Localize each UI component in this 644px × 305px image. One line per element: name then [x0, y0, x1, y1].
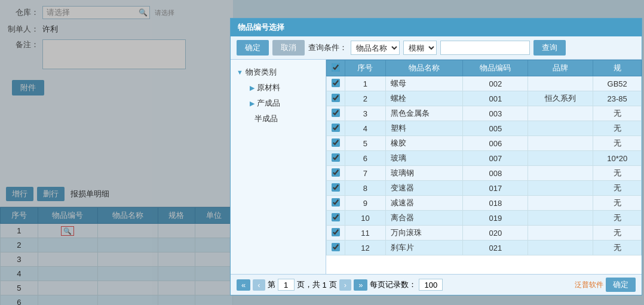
table-row[interactable]: 11万向滚珠020无 — [327, 226, 642, 241]
per-page-label: 每页记录数： — [370, 279, 416, 290]
modal-confirm-btn[interactable]: 确定 — [237, 40, 269, 56]
row-code: 006 — [463, 136, 528, 151]
next-page-btn[interactable]: › — [339, 279, 351, 291]
row-checkbox[interactable] — [332, 94, 340, 102]
query-input[interactable] — [440, 41, 530, 55]
col-no-header: 序号 — [345, 60, 386, 76]
row-checkbox[interactable] — [332, 168, 340, 177]
row-no: 6 — [345, 151, 386, 166]
row-no: 10 — [345, 211, 386, 226]
row-brand — [528, 196, 593, 211]
tree-item-raw[interactable]: ▶ 原材料 — [244, 80, 323, 95]
table-row[interactable]: 3黑色金属条003无 — [327, 106, 642, 121]
row-checkbox-cell[interactable] — [327, 121, 345, 136]
col-name-header: 物品名称 — [385, 60, 463, 76]
row-name: 玻璃钢 — [385, 166, 463, 181]
tree-root-label: 物资类别 — [246, 67, 277, 78]
table-row[interactable]: 10离合器019无 — [327, 211, 642, 226]
modal-toolbar: 确定 取消 查询条件： 物品名称 物品编号 品牌 模糊 精确 查询 — [231, 36, 642, 60]
row-no: 4 — [345, 121, 386, 136]
query-btn[interactable]: 查询 — [533, 40, 566, 56]
tree-root[interactable]: ▼ 物资类别 — [233, 64, 323, 80]
query-label: 查询条件： — [308, 42, 347, 53]
row-brand — [528, 121, 593, 136]
modal-cancel-btn[interactable]: 取消 — [272, 40, 305, 56]
first-page-btn[interactable]: « — [237, 279, 250, 291]
modal-title-bar: 物品编号选择 — [231, 19, 642, 36]
items-table-header: 序号 物品名称 物品编码 品牌 规 — [327, 60, 642, 76]
row-checkbox[interactable] — [332, 183, 340, 192]
table-row[interactable]: 8变速器017无 — [327, 181, 642, 196]
row-checkbox-cell[interactable] — [327, 241, 345, 255]
row-brand — [528, 226, 593, 241]
query-match-select[interactable]: 模糊 精确 — [403, 41, 437, 55]
tree-item-semi[interactable]: 半成品 — [244, 111, 323, 127]
total-label: 页，共 — [297, 279, 320, 290]
row-brand — [528, 181, 593, 196]
footer-confirm-btn[interactable]: 确定 — [606, 278, 636, 292]
row-spec: 无 — [593, 121, 642, 136]
row-checkbox[interactable] — [332, 198, 340, 207]
row-spec: 无 — [593, 181, 642, 196]
row-spec: 无 — [593, 166, 642, 181]
row-checkbox[interactable] — [332, 213, 340, 221]
row-checkbox-cell[interactable] — [327, 196, 345, 211]
row-no: 3 — [345, 106, 386, 121]
row-checkbox-cell[interactable] — [327, 106, 345, 121]
row-code: 001 — [463, 91, 528, 106]
table-row[interactable]: 5橡胶006无 — [327, 136, 642, 151]
row-checkbox-cell[interactable] — [327, 166, 345, 181]
row-checkbox[interactable] — [332, 228, 340, 236]
table-row[interactable]: 1螺母002GB52 — [327, 76, 642, 91]
table-row[interactable]: 2螺栓001恒久系列23-85 — [327, 91, 642, 106]
table-row[interactable]: 7玻璃钢008无 — [327, 166, 642, 181]
row-brand — [528, 166, 593, 181]
modal-title: 物品编号选择 — [238, 23, 284, 32]
row-name: 橡胶 — [385, 136, 463, 151]
row-spec: 无 — [593, 106, 642, 121]
row-brand — [528, 106, 593, 121]
row-checkbox[interactable] — [332, 79, 340, 87]
table-row[interactable]: 12刹车片021无 — [327, 241, 642, 255]
row-spec: 10*20 — [593, 151, 642, 166]
row-brand — [528, 241, 593, 255]
items-table: 序号 物品名称 物品编码 品牌 规 1螺母002GB522螺栓001恒久系列23… — [326, 60, 642, 255]
tree-item-product[interactable]: ▶ 产成品 — [244, 95, 323, 111]
row-name: 离合器 — [385, 211, 463, 226]
row-code: 002 — [463, 76, 528, 91]
row-code: 005 — [463, 121, 528, 136]
page-input[interactable] — [278, 279, 295, 291]
row-name: 螺栓 — [385, 91, 463, 106]
query-field-select[interactable]: 物品名称 物品编号 品牌 — [351, 41, 400, 55]
row-spec: 无 — [593, 241, 642, 255]
row-checkbox[interactable] — [332, 153, 340, 162]
row-code: 020 — [463, 226, 528, 241]
prev-page-btn[interactable]: ‹ — [253, 279, 265, 291]
row-checkbox[interactable] — [332, 243, 340, 251]
row-brand: 恒久系列 — [528, 91, 593, 106]
table-row[interactable]: 4塑料005无 — [327, 121, 642, 136]
row-name: 黑色金属条 — [385, 106, 463, 121]
row-name: 变速器 — [385, 181, 463, 196]
row-checkbox-cell[interactable] — [327, 211, 345, 226]
row-checkbox-cell[interactable] — [327, 76, 345, 91]
row-checkbox-cell[interactable] — [327, 136, 345, 151]
select-all-checkbox[interactable] — [332, 63, 340, 72]
last-page-btn[interactable]: » — [354, 279, 367, 291]
row-spec: 无 — [593, 196, 642, 211]
row-no: 12 — [345, 241, 386, 255]
table-row[interactable]: 9减速器018无 — [327, 196, 642, 211]
row-checkbox-cell[interactable] — [327, 91, 345, 106]
row-checkbox[interactable] — [332, 138, 340, 147]
row-checkbox-cell[interactable] — [327, 151, 345, 166]
tree-raw-label: 原材料 — [257, 82, 280, 93]
row-checkbox[interactable] — [332, 124, 340, 132]
row-name: 刹车片 — [385, 241, 463, 255]
row-checkbox[interactable] — [332, 109, 340, 117]
row-spec: 23-85 — [593, 91, 642, 106]
row-checkbox-cell[interactable] — [327, 226, 345, 241]
row-checkbox-cell[interactable] — [327, 181, 345, 196]
row-spec: 无 — [593, 211, 642, 226]
per-page-input[interactable] — [419, 279, 443, 291]
table-row[interactable]: 6玻璃00710*20 — [327, 151, 642, 166]
